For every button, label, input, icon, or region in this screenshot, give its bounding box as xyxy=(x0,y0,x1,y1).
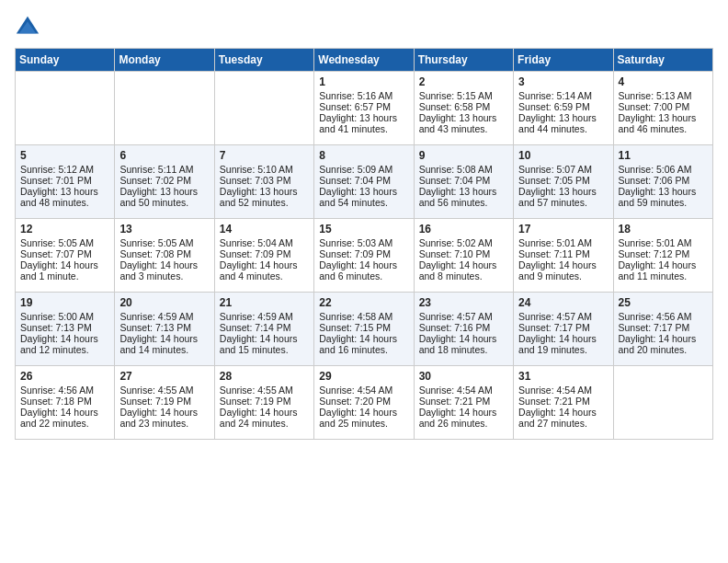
day-number: 10 xyxy=(518,149,608,162)
calendar-week-row: 5Sunrise: 5:12 AMSunset: 7:01 PMDaylight… xyxy=(16,145,713,219)
day-info-line: Sunset: 7:03 PM xyxy=(220,175,309,186)
day-number: 30 xyxy=(419,370,508,383)
day-info-line: Sunset: 7:09 PM xyxy=(220,248,309,259)
day-info-line: Sunset: 6:57 PM xyxy=(319,101,408,112)
calendar-cell: 28Sunrise: 4:55 AMSunset: 7:19 PMDayligh… xyxy=(214,366,313,440)
calendar-cell: 26Sunrise: 4:56 AMSunset: 7:18 PMDayligh… xyxy=(16,366,115,440)
day-info-line: Sunset: 7:14 PM xyxy=(220,322,309,333)
day-info-line: Sunrise: 4:57 AM xyxy=(419,311,508,322)
day-info-line: Daylight: 13 hours xyxy=(619,186,708,197)
calendar-cell: 19Sunrise: 5:00 AMSunset: 7:13 PMDayligh… xyxy=(16,293,115,366)
day-info-line: Sunrise: 5:03 AM xyxy=(319,237,408,248)
day-info-line: Daylight: 13 hours xyxy=(518,112,608,123)
calendar-cell: 5Sunrise: 5:12 AMSunset: 7:01 PMDaylight… xyxy=(16,145,115,219)
calendar-cell: 11Sunrise: 5:06 AMSunset: 7:06 PMDayligh… xyxy=(613,145,712,219)
calendar-week-row: 26Sunrise: 4:56 AMSunset: 7:18 PMDayligh… xyxy=(16,366,713,440)
day-info-line: Daylight: 14 hours xyxy=(319,407,408,418)
day-number: 1 xyxy=(319,75,408,88)
day-number: 15 xyxy=(319,223,408,236)
day-info-line: Sunset: 7:01 PM xyxy=(20,175,109,186)
day-number: 9 xyxy=(419,149,508,162)
day-info-line: Sunrise: 5:05 AM xyxy=(20,237,109,248)
calendar-cell: 29Sunrise: 4:54 AMSunset: 7:20 PMDayligh… xyxy=(314,366,414,440)
day-number: 5 xyxy=(20,149,109,162)
day-info-line: Sunrise: 5:01 AM xyxy=(518,237,608,248)
calendar-cell: 4Sunrise: 5:13 AMSunset: 7:00 PMDaylight… xyxy=(613,72,712,145)
day-info-line: Daylight: 14 hours xyxy=(220,333,309,344)
day-number: 18 xyxy=(619,223,708,236)
day-info-line: Sunrise: 4:56 AM xyxy=(619,311,708,322)
day-info-line: Sunrise: 5:02 AM xyxy=(419,237,508,248)
calendar-week-row: 12Sunrise: 5:05 AMSunset: 7:07 PMDayligh… xyxy=(16,219,713,293)
day-info-line: and 24 minutes. xyxy=(220,418,309,429)
day-info-line: Sunset: 7:11 PM xyxy=(518,248,608,259)
day-number: 13 xyxy=(119,223,209,236)
day-info-line: Daylight: 13 hours xyxy=(20,186,109,197)
day-info-line: Daylight: 14 hours xyxy=(119,333,209,344)
day-info-line: Sunrise: 5:04 AM xyxy=(220,237,309,248)
day-info-line: and 26 minutes. xyxy=(419,418,508,429)
day-info-line: and 25 minutes. xyxy=(319,418,408,429)
day-number: 21 xyxy=(220,296,309,309)
day-info-line: and 1 minute. xyxy=(20,270,109,282)
day-info-line: and 3 minutes. xyxy=(119,270,209,282)
day-info-line: Daylight: 13 hours xyxy=(319,186,408,197)
day-info-line: and 57 minutes. xyxy=(518,197,608,208)
calendar-cell: 1Sunrise: 5:16 AMSunset: 6:57 PMDaylight… xyxy=(314,72,414,145)
day-info-line: Sunset: 7:19 PM xyxy=(119,396,209,407)
day-header-wednesday: Wednesday xyxy=(314,49,414,72)
day-number: 29 xyxy=(319,370,408,383)
day-info-line: Sunset: 7:21 PM xyxy=(518,396,608,407)
day-info-line: Sunset: 7:05 PM xyxy=(518,175,608,186)
calendar-cell: 16Sunrise: 5:02 AMSunset: 7:10 PMDayligh… xyxy=(414,219,513,293)
day-info-line: Sunrise: 5:11 AM xyxy=(119,164,209,175)
calendar-cell: 23Sunrise: 4:57 AMSunset: 7:16 PMDayligh… xyxy=(414,293,513,366)
calendar-cell: 13Sunrise: 5:05 AMSunset: 7:08 PMDayligh… xyxy=(115,219,214,293)
day-info-line: Sunrise: 5:07 AM xyxy=(518,164,608,175)
day-info-line: Sunrise: 5:14 AM xyxy=(518,90,608,101)
day-info-line: Sunset: 7:07 PM xyxy=(20,248,109,259)
calendar-cell: 18Sunrise: 5:01 AMSunset: 7:12 PMDayligh… xyxy=(613,219,712,293)
day-info-line: and 56 minutes. xyxy=(419,197,508,208)
day-number: 12 xyxy=(20,223,109,236)
day-number: 16 xyxy=(419,223,508,236)
day-info-line: and 48 minutes. xyxy=(20,197,109,208)
day-info-line: Sunset: 7:04 PM xyxy=(319,175,408,186)
day-header-monday: Monday xyxy=(115,49,214,72)
day-info-line: and 50 minutes. xyxy=(119,197,209,208)
calendar-cell: 15Sunrise: 5:03 AMSunset: 7:09 PMDayligh… xyxy=(314,219,414,293)
day-info-line: Daylight: 14 hours xyxy=(20,259,109,270)
day-number: 19 xyxy=(20,296,109,309)
day-info-line: Sunset: 7:00 PM xyxy=(619,101,708,112)
day-number: 28 xyxy=(220,370,309,383)
day-info-line: and 18 minutes. xyxy=(419,344,508,355)
day-number: 11 xyxy=(619,149,708,162)
calendar-cell: 21Sunrise: 4:59 AMSunset: 7:14 PMDayligh… xyxy=(214,293,313,366)
day-number: 25 xyxy=(619,296,708,309)
day-info-line: and 4 minutes. xyxy=(220,270,309,282)
calendar-cell xyxy=(214,72,313,145)
day-info-line: Daylight: 14 hours xyxy=(518,407,608,418)
day-header-friday: Friday xyxy=(514,49,613,72)
day-info-line: Sunrise: 5:13 AM xyxy=(619,90,708,101)
calendar-cell: 27Sunrise: 4:55 AMSunset: 7:19 PMDayligh… xyxy=(115,366,214,440)
day-info-line: Sunrise: 5:15 AM xyxy=(419,90,508,101)
day-info-line: and 11 minutes. xyxy=(619,270,708,282)
day-info-line: Sunset: 7:15 PM xyxy=(319,322,408,333)
day-info-line: Daylight: 14 hours xyxy=(220,407,309,418)
day-info-line: Sunrise: 5:06 AM xyxy=(619,164,708,175)
logo-icon xyxy=(15,15,40,40)
day-number: 6 xyxy=(119,149,209,162)
day-info-line: Sunset: 7:19 PM xyxy=(220,396,309,407)
calendar-cell: 7Sunrise: 5:10 AMSunset: 7:03 PMDaylight… xyxy=(214,145,313,219)
day-info-line: Sunset: 7:20 PM xyxy=(319,396,408,407)
day-info-line: Daylight: 13 hours xyxy=(419,186,508,197)
day-header-sunday: Sunday xyxy=(16,49,115,72)
day-info-line: Sunrise: 5:08 AM xyxy=(419,164,508,175)
day-info-line: and 20 minutes. xyxy=(619,344,708,355)
day-info-line: Daylight: 14 hours xyxy=(319,259,408,270)
day-info-line: Sunrise: 4:59 AM xyxy=(119,311,209,322)
day-info-line: Sunset: 7:13 PM xyxy=(119,322,209,333)
day-info-line: Sunset: 6:59 PM xyxy=(518,101,608,112)
day-info-line: Sunrise: 5:00 AM xyxy=(20,311,109,322)
